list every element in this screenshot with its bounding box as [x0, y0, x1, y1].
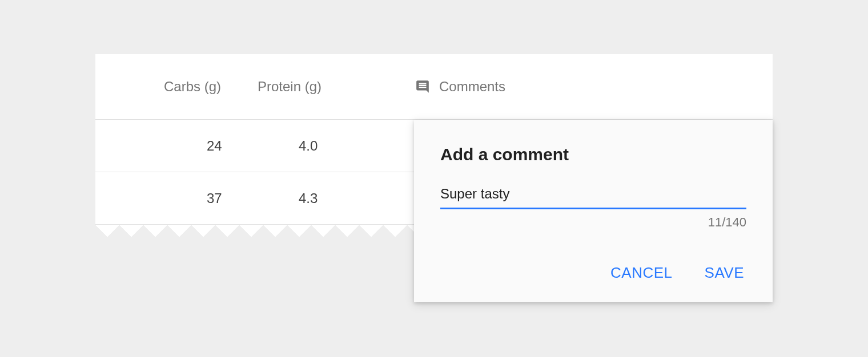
save-button[interactable]: SAVE [702, 261, 746, 285]
dialog-title: Add a comment [440, 145, 746, 164]
column-header-comments-label: Comments [439, 79, 505, 95]
cell-carbs: 24 [95, 138, 258, 154]
add-comment-dialog: Add a comment 11/140 CANCEL SAVE [414, 120, 773, 302]
comment-icon [415, 79, 430, 94]
cell-protein: 4.3 [258, 190, 385, 206]
column-header-comments[interactable]: Comments [385, 79, 505, 95]
table-header-row: Carbs (g) Protein (g) Comments [95, 54, 773, 120]
comment-input-wrapper [440, 186, 746, 209]
cancel-button[interactable]: CANCEL [608, 261, 674, 285]
comment-input[interactable] [440, 186, 746, 209]
column-header-carbs[interactable]: Carbs (g) [95, 79, 258, 95]
cell-carbs: 37 [95, 190, 258, 206]
dialog-actions: CANCEL SAVE [608, 261, 746, 285]
cell-protein: 4.0 [258, 138, 385, 154]
character-counter: 11/140 [440, 215, 746, 230]
column-header-protein[interactable]: Protein (g) [258, 79, 385, 95]
